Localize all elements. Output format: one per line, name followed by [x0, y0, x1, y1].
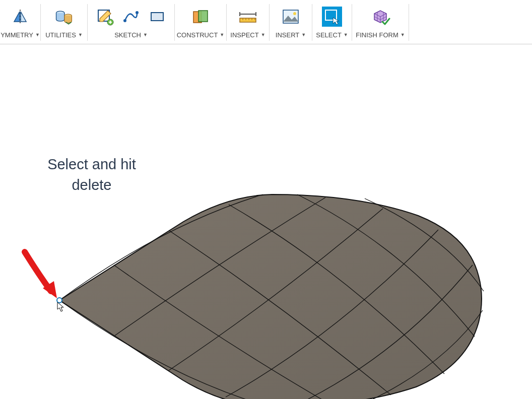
caret-icon: ▼ [344, 32, 348, 37]
toolbar-separator [409, 4, 409, 41]
toolbar-group-finish-form: FINISH FORM ▼ [352, 0, 409, 44]
construct-plane-icon[interactable] [190, 7, 211, 27]
toolbar-label-utilities[interactable]: UTILITIES ▼ [44, 30, 84, 40]
select-window-icon[interactable] [322, 7, 342, 27]
toolbar-label-inspect[interactable]: INSPECT ▼ [229, 30, 266, 40]
caret-icon: ▼ [301, 32, 306, 37]
annotation-text: Select and hit delete [41, 154, 142, 195]
caret-icon: ▼ [35, 32, 40, 37]
caret-icon: ▼ [401, 32, 405, 37]
create-sketch-icon[interactable] [95, 7, 115, 27]
toolbar-group-insert: INSERT ▼ [270, 0, 312, 44]
caret-icon: ▼ [220, 32, 224, 37]
svg-rect-6 [151, 13, 163, 21]
caret-icon: ▼ [78, 32, 83, 37]
finish-form-icon[interactable] [370, 7, 390, 27]
toolbar-label-insert[interactable]: INSERT ▼ [275, 30, 307, 40]
viewport-canvas[interactable]: Select and hit delete [0, 44, 532, 399]
utilities-label-text: UTILITIES [45, 31, 76, 39]
symmetry-label-text: YMMETRY [1, 31, 33, 39]
cylinder-display-icon[interactable] [54, 7, 74, 27]
tspline-surface[interactable] [55, 190, 489, 399]
toolbar-label-finish-form[interactable]: FINISH FORM ▼ [355, 30, 406, 40]
svg-point-5 [136, 11, 139, 14]
cursor-icon [57, 302, 65, 314]
rectangle-icon[interactable] [147, 7, 167, 27]
inspect-label-text: INSPECT [230, 31, 258, 39]
finish-form-label-text: FINISH FORM [356, 31, 398, 39]
toolbar-group-utilities: UTILITIES ▼ [41, 0, 87, 44]
measure-icon[interactable] [238, 7, 258, 27]
svg-point-9 [293, 12, 296, 15]
symmetry-mirror-icon[interactable] [10, 7, 30, 27]
select-label-text: SELECT [316, 31, 342, 39]
main-toolbar: YMMETRY ▼ UTILITIES ▼ [0, 0, 532, 44]
caret-icon: ▼ [261, 32, 265, 37]
sketch-label-text: SKETCH [114, 31, 141, 39]
toolbar-label-select[interactable]: SELECT ▼ [315, 30, 349, 40]
toolbar-label-sketch[interactable]: SKETCH ▼ [113, 30, 149, 40]
toolbar-label-symmetry[interactable]: YMMETRY ▼ [0, 30, 41, 40]
toolbar-group-select: SELECT ▼ [312, 0, 352, 44]
construct-label-text: CONSTRUCT [177, 31, 218, 39]
svg-point-4 [123, 19, 126, 22]
svg-rect-7 [240, 18, 256, 22]
toolbar-group-symmetry: YMMETRY ▼ [0, 0, 40, 44]
caret-icon: ▼ [143, 32, 148, 37]
toolbar-group-sketch: SKETCH ▼ [88, 0, 174, 44]
insert-image-icon[interactable] [281, 7, 301, 27]
spline-icon[interactable] [121, 7, 141, 27]
toolbar-label-construct[interactable]: CONSTRUCT ▼ [176, 30, 226, 40]
toolbar-group-inspect: INSPECT ▼ [227, 0, 269, 44]
toolbar-group-construct: CONSTRUCT ▼ [175, 0, 226, 44]
insert-label-text: INSERT [276, 31, 299, 39]
